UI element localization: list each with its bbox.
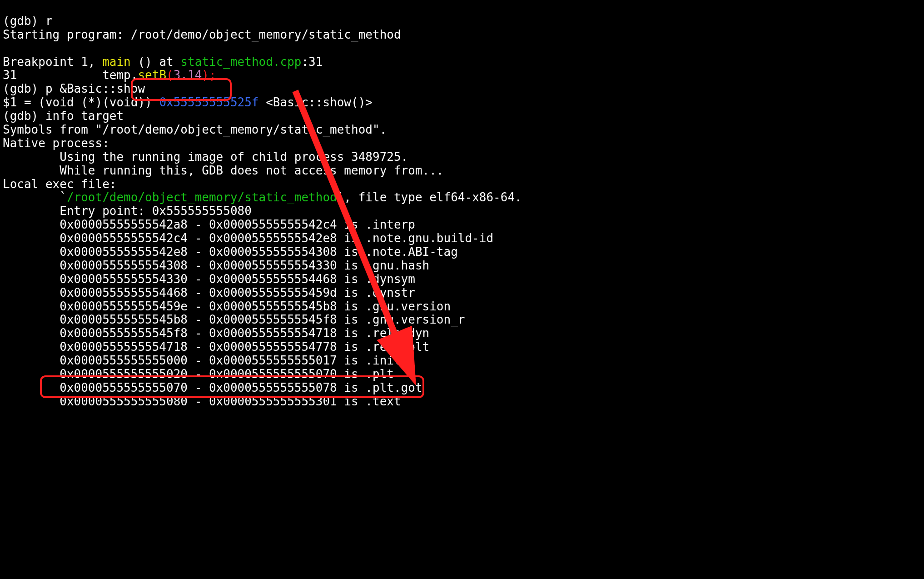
section-line: 0x000055555555459e - 0x00005555555545b8 … (3, 299, 451, 313)
section-line: 0x00005555555542c4 - 0x00005555555542e8 … (3, 231, 493, 245)
bp-at: () at (131, 55, 181, 69)
native1: Using the running image of child process… (3, 150, 408, 164)
bp-prefix: Breakpoint 1, (3, 55, 102, 69)
section-line: 0x00005555555545f8 - 0x0000555555554718 … (3, 326, 429, 340)
file-tail: ', file type elf64-x86-64. (337, 190, 522, 204)
gdb-prompt: (gdb) (3, 82, 45, 95)
section-line: 0x00005555555545b8 - 0x00005555555545f8 … (3, 313, 465, 326)
section-line: 0x00005555555542a8 - 0x00005555555542c4 … (3, 218, 415, 231)
section-line: 0x0000555555555000 - 0x0000555555555017 … (3, 354, 401, 367)
native-line: Native process: (3, 136, 109, 150)
file-path: /root/demo/object_memory/static_method (67, 190, 337, 204)
terminal: (gdb) r Starting program: /root/demo/obj… (0, 0, 924, 423)
cmd-info: info target (45, 109, 124, 123)
gdb-prompt: (gdb) (3, 109, 45, 123)
local-exec: Local exec file: (3, 177, 116, 191)
src-lineno: 31 (3, 68, 17, 82)
highlight-box-text-section (40, 375, 424, 398)
cmd-r: r (45, 14, 53, 28)
section-line: 0x0000555555554718 - 0x0000555555554778 … (3, 340, 429, 354)
src-pad: temp. (17, 68, 138, 82)
cmd-p: p &Basic::show (45, 82, 145, 95)
native2: While running this, GDB does not access … (3, 164, 444, 177)
section-line: 0x0000555555554468 - 0x000055555555459d … (3, 286, 415, 299)
bp-file: static_method.cpp (180, 55, 301, 69)
section-line: 0x0000555555554330 - 0x0000555555554468 … (3, 272, 415, 286)
file-indent: ` (3, 190, 67, 204)
bp-func: main (102, 55, 131, 69)
entry-line: Entry point: 0x555555555080 (3, 204, 252, 218)
highlight-box-addr (131, 78, 232, 101)
p-suffix: <Basic::show()> (259, 95, 373, 109)
gdb-prompt: (gdb) (3, 14, 45, 28)
bp-line: :31 (301, 55, 323, 69)
starting-line: Starting program: /root/demo/object_memo… (3, 28, 401, 41)
section-line: 0x00005555555542e8 - 0x0000555555554308 … (3, 245, 458, 259)
symbols-line: Symbols from "/root/demo/object_memory/s… (3, 123, 387, 136)
section-line: 0x0000555555554308 - 0x0000555555554330 … (3, 259, 429, 272)
